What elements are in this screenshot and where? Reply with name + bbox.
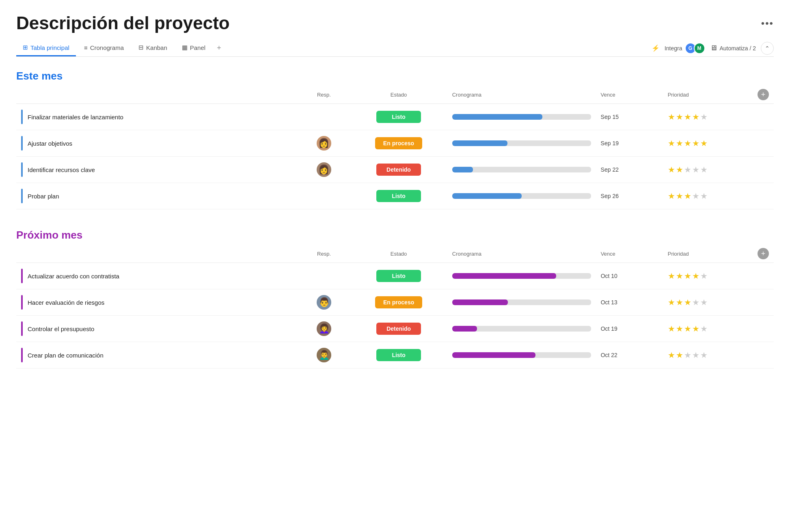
collapse-button[interactable]: ⌃ [761, 42, 774, 55]
star: ★ [668, 324, 676, 333]
crono-cell [447, 289, 596, 316]
crono-cell [447, 316, 596, 342]
crono-icon: ≡ [84, 44, 88, 51]
star: ★ [700, 298, 708, 307]
task-name: Finalizar materiales de lanzamiento [28, 114, 123, 121]
star: ★ [668, 139, 676, 148]
progress-fill [452, 299, 508, 305]
stars: ★★★★★ [668, 112, 708, 121]
avatar-group: G M [685, 43, 705, 54]
prior-cell: ★★★★★ [663, 289, 753, 316]
tab-panel[interactable]: ▦ Panel [175, 40, 212, 56]
tab-label: Panel [190, 44, 205, 51]
col-header-estado: Estado [350, 245, 447, 263]
task-name: Controlar el presupuesto [28, 325, 94, 332]
progress-fill [452, 140, 508, 146]
crono-cell [447, 342, 596, 368]
resp-cell: 👨 [298, 289, 350, 316]
status-badge[interactable]: Listo [376, 349, 421, 361]
tab-label: Cronograma [90, 44, 124, 51]
task-name: Probar plan [28, 193, 59, 200]
row-border [21, 189, 23, 203]
progress-fill [452, 273, 556, 279]
star: ★ [700, 165, 708, 174]
tab-kanban[interactable]: ⊟ Kanban [132, 40, 174, 56]
add-column-button[interactable]: + [758, 248, 769, 259]
star: ★ [676, 139, 684, 148]
star: ★ [684, 165, 692, 174]
table-row: Crear plan de comunicación 👨‍🦱 Listo Oct… [16, 342, 774, 368]
status-badge[interactable]: Listo [376, 111, 421, 123]
automate-button[interactable]: 🖥 Automatiza / 2 [710, 44, 756, 52]
status-badge[interactable]: En proceso [375, 296, 422, 308]
add-tab-button[interactable]: + [214, 40, 224, 56]
table-row: Actualizar acuerdo con contratista Listo… [16, 263, 774, 289]
row-border [21, 110, 23, 124]
table-row: Ajustar objetivos 👩 En proceso Sep 19 ★★… [16, 130, 774, 157]
star: ★ [684, 351, 692, 360]
star: ★ [692, 351, 700, 360]
table-row: Controlar el presupuesto 👩‍🦱 Detenido Oc… [16, 316, 774, 342]
add-column-button[interactable]: + [758, 89, 769, 100]
status-badge[interactable]: En proceso [375, 137, 422, 149]
star: ★ [676, 112, 684, 121]
task-name: Hacer evaluación de riesgos [28, 299, 104, 306]
status-badge[interactable]: Detenido [376, 164, 421, 176]
col-header-task [16, 245, 298, 263]
status-badge[interactable]: Listo [376, 190, 421, 202]
avatar: 👨‍🦱 [317, 348, 331, 362]
stars: ★★★★★ [668, 165, 708, 174]
star: ★ [700, 192, 708, 200]
status-cell[interactable]: Listo [350, 263, 447, 289]
status-cell[interactable]: En proceso [350, 130, 447, 157]
col-header-add: + [753, 245, 774, 263]
row-border [21, 321, 23, 336]
stars: ★★★★★ [668, 324, 708, 333]
project-table: Resp. Estado Cronograma Vence Prioridad … [16, 245, 774, 368]
vence-cell: Sep 19 [596, 130, 663, 157]
progress-bar [452, 273, 591, 279]
integra-button[interactable]: Integra G M [665, 43, 705, 54]
task-cell: Crear plan de comunicación [16, 342, 298, 368]
table-row: Probar plan Listo Sep 26 ★★★★★ [16, 183, 774, 209]
status-badge[interactable]: Detenido [376, 323, 421, 335]
stars: ★★★★★ [668, 271, 708, 280]
tab-tabla-principal[interactable]: ⊞ Tabla principal [16, 40, 76, 56]
table-row: Finalizar materiales de lanzamiento List… [16, 104, 774, 130]
col-header-resp: Resp. [298, 245, 350, 263]
crono-cell [447, 104, 596, 130]
status-cell[interactable]: Listo [350, 183, 447, 209]
prior-cell: ★★★★★ [663, 263, 753, 289]
star: ★ [668, 165, 676, 174]
status-badge[interactable]: Listo [376, 270, 421, 282]
status-cell[interactable]: Detenido [350, 157, 447, 183]
table-icon: ⊞ [23, 44, 28, 51]
vence-cell: Sep 26 [596, 183, 663, 209]
resp-cell: 👨‍🦱 [298, 342, 350, 368]
tab-cronograma[interactable]: ≡ Cronograma [78, 40, 130, 56]
star: ★ [668, 192, 676, 200]
star: ★ [684, 192, 692, 200]
task-cell: Finalizar materiales de lanzamiento [16, 104, 298, 130]
status-cell[interactable]: Detenido [350, 316, 447, 342]
star: ★ [684, 271, 692, 280]
vence-cell: Oct 13 [596, 289, 663, 316]
star: ★ [700, 324, 708, 333]
status-cell[interactable]: En proceso [350, 289, 447, 316]
col-header-prior: Prioridad [663, 245, 753, 263]
resp-cell: 👩 [298, 130, 350, 157]
project-table: Resp. Estado Cronograma Vence Prioridad … [16, 86, 774, 209]
crono-cell [447, 263, 596, 289]
vence-cell: Sep 15 [596, 104, 663, 130]
tab-label: Tabla principal [30, 44, 69, 51]
progress-bar [452, 140, 591, 146]
col-header-vence: Vence [596, 245, 663, 263]
resp-cell [298, 263, 350, 289]
vence-cell: Oct 19 [596, 316, 663, 342]
status-cell[interactable]: Listo [350, 342, 447, 368]
resp-cell: 👩 [298, 157, 350, 183]
star: ★ [676, 271, 684, 280]
more-options-button[interactable]: ••• [761, 18, 774, 29]
status-cell[interactable]: Listo [350, 104, 447, 130]
star: ★ [684, 298, 692, 307]
